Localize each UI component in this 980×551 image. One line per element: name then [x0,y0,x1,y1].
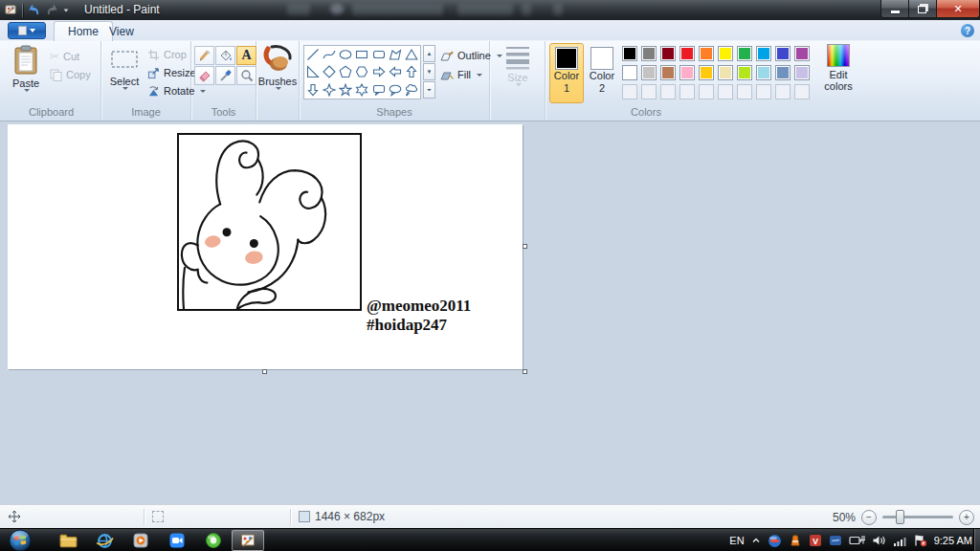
cone-tray-icon[interactable] [789,534,802,547]
zoom-slider-thumb[interactable] [896,510,904,524]
text-tool-button[interactable]: A [236,46,256,65]
shape-callout-cloud-icon[interactable] [404,81,420,99]
minimize-button[interactable] [880,0,909,18]
palette-swatch[interactable] [641,46,657,61]
shape-triangle-icon[interactable] [404,46,420,63]
taskbar-paint-button[interactable] [232,530,264,551]
taskbar-green-browser-button[interactable] [197,530,230,551]
paint-app-icon[interactable] [4,3,18,17]
palette-swatch[interactable] [737,46,752,61]
shape-callout-oval-icon[interactable] [387,81,403,99]
brushes-button[interactable]: Brushes [259,44,296,103]
shape-right-triangle-icon[interactable] [304,63,321,80]
paint-menu-button[interactable] [8,22,46,39]
shape-pentagon-icon[interactable] [338,63,354,80]
volume-tray-icon[interactable] [872,534,886,547]
palette-swatch[interactable] [775,46,791,61]
unikey-tray-icon[interactable] [768,534,782,548]
network-tray-icon[interactable] [893,535,906,547]
palette-swatch[interactable] [699,65,714,80]
crop-button[interactable]: Crop [147,46,187,63]
shape-arrow-left-icon[interactable] [387,63,403,80]
palette-swatch[interactable] [718,65,733,80]
taskbar-zoom-button[interactable] [161,530,193,551]
shape-polygon-icon[interactable] [387,46,403,63]
canvas-resize-handle-corner[interactable] [523,369,527,374]
shape-hexagon-icon[interactable] [354,63,370,80]
undo-icon[interactable] [27,3,41,17]
zoom-out-button[interactable]: − [861,510,877,525]
show-desktop-button[interactable] [973,529,980,551]
color1-button[interactable]: Color 1 [549,43,584,103]
palette-swatch[interactable] [737,65,752,80]
palette-swatch[interactable] [622,65,637,80]
show-hidden-icons-button[interactable] [751,536,761,545]
palette-swatch[interactable] [794,46,810,61]
shape-rounded-rectangle-icon[interactable] [370,46,387,63]
shape-arrow-right-icon[interactable] [370,63,387,80]
resize-button[interactable]: Resize [147,64,196,81]
palette-swatch[interactable] [775,65,791,80]
palette-swatch[interactable] [794,65,810,80]
palette-swatch[interactable] [679,46,695,61]
shape-diamond-icon[interactable] [321,63,337,80]
help-button[interactable]: ? [961,24,974,37]
taskbar-ie-button[interactable] [88,530,121,551]
palette-swatch[interactable] [699,46,714,61]
paste-button[interactable]: Paste [8,44,44,103]
zoom-in-button[interactable]: + [959,510,974,525]
customize-qat-icon[interactable] [64,9,69,11]
color2-button[interactable]: Color 2 [585,43,619,103]
action-center-flag-icon[interactable] [913,534,927,547]
shape-star-4-icon[interactable] [321,81,337,99]
shape-rectangle-icon[interactable] [354,46,370,63]
shape-star-6-icon[interactable] [354,81,370,99]
shapes-more-button[interactable]: ⏷ [423,81,435,99]
redo-icon[interactable] [45,3,59,17]
battery-tray-icon[interactable] [849,534,865,547]
v-app-tray-icon[interactable]: V [809,534,822,547]
canvas[interactable]: @meomeo2011 #hoidap247 [8,124,523,369]
close-button[interactable]: ✕ [937,0,980,18]
canvas-resize-handle-right[interactable] [523,244,527,249]
palette-swatch[interactable] [641,65,657,80]
taskbar-media-player-button[interactable] [124,530,157,551]
eraser-tool-button[interactable] [194,66,214,85]
blue-app-tray-icon[interactable] [829,534,842,547]
clock[interactable]: 9:25 AM [934,535,972,546]
shape-arrow-down-icon[interactable] [304,81,321,99]
canvas-resize-handle-bottom[interactable] [262,369,267,374]
copy-button[interactable]: Copy [50,66,91,83]
cut-button[interactable]: ✂ Cut [50,48,79,65]
tab-view[interactable]: View [96,21,147,41]
zoom-slider-track[interactable] [882,516,953,518]
palette-swatch[interactable] [660,65,676,80]
palette-swatch[interactable] [660,46,676,61]
color-picker-tool-button[interactable] [215,66,235,85]
shapes-scroll-up-button[interactable]: ▲ [423,45,435,62]
edit-colors-button[interactable]: Edit colors [820,44,857,103]
fill-tool-button[interactable] [215,46,235,65]
background-window-blur [457,4,513,15]
start-button[interactable] [2,530,38,551]
shape-line-icon[interactable] [304,46,321,63]
shapes-scroll-down-button[interactable]: ▼ [423,63,435,80]
size-button[interactable]: Size [500,44,536,103]
fill-button[interactable]: Fill [440,66,482,83]
shape-oval-icon[interactable] [338,46,354,63]
restore-button[interactable] [909,0,937,18]
taskbar-explorer-button[interactable] [52,530,84,551]
shape-callout-rounded-icon[interactable] [370,81,387,99]
palette-swatch[interactable] [622,46,637,61]
palette-swatch[interactable] [756,46,771,61]
select-button[interactable]: Select [106,44,143,103]
pencil-tool-button[interactable] [194,46,214,65]
shape-arrow-up-icon[interactable] [404,63,420,80]
shape-star-5-icon[interactable] [338,81,354,99]
shape-curve-icon[interactable] [321,46,337,63]
palette-swatch[interactable] [718,46,733,61]
language-indicator[interactable]: EN [729,535,744,546]
palette-swatch[interactable] [679,65,695,80]
magnifier-tool-button[interactable] [236,66,256,85]
palette-swatch[interactable] [756,65,771,80]
